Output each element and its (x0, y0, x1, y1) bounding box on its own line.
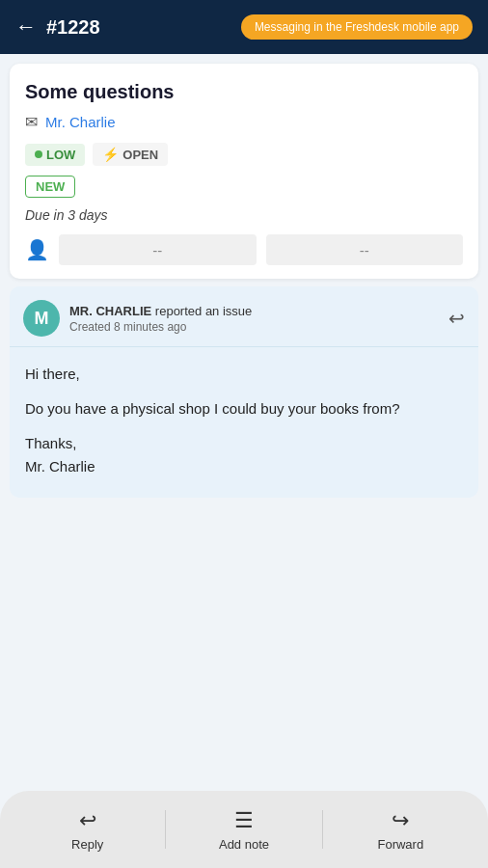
forward-label: Forward (377, 837, 423, 852)
reporter-name: MR. CHARLIE (69, 304, 151, 318)
promo-banner: Messaging in the Freshdesk mobile app (241, 14, 473, 40)
note-label: Add note (219, 837, 269, 852)
message-line-1: Hi there, (25, 363, 463, 386)
forward-button[interactable]: ↪ Forward (323, 800, 478, 859)
contact-name[interactable]: Mr. Charlie (45, 114, 116, 130)
ticket-title: Some questions (25, 81, 463, 103)
ticket-card: Some questions ✉ Mr. Charlie LOW ⚡ OPEN … (10, 64, 478, 279)
assignee-field-2[interactable]: -- (266, 234, 464, 265)
message-time: Created 8 minutes ago (69, 320, 252, 334)
back-button[interactable]: ← (15, 16, 37, 38)
email-icon: ✉ (25, 113, 38, 131)
bottom-toolbar: ↩ Reply ☰ Add note ↪ Forward (0, 791, 488, 868)
add-note-button[interactable]: ☰ Add note (166, 800, 321, 859)
ticket-number: #1228 (46, 16, 100, 39)
message-line-3: Thanks,Mr. Charlie (25, 432, 463, 478)
tag-low[interactable]: LOW (25, 144, 85, 166)
note-icon: ☰ (234, 808, 254, 833)
message-reporter: MR. CHARLIE reported an issue (69, 304, 252, 318)
forward-reply-icon[interactable]: ↩ (448, 307, 465, 330)
message-header: M MR. CHARLIE reported an issue Created … (10, 286, 478, 347)
ticket-contact-row: ✉ Mr. Charlie (25, 113, 463, 131)
new-badge: NEW (25, 176, 75, 198)
assignee-field-1[interactable]: -- (59, 234, 257, 265)
person-icon: 👤 (25, 238, 49, 261)
reply-label: Reply (71, 837, 103, 852)
reply-icon: ↩ (79, 808, 96, 833)
message-meta: MR. CHARLIE reported an issue Created 8 … (69, 304, 252, 334)
message-line-2: Do you have a physical shop I could buy … (25, 397, 463, 420)
reply-button[interactable]: ↩ Reply (10, 800, 165, 859)
open-label: OPEN (122, 148, 158, 162)
activity-icon: ⚡ (102, 147, 119, 162)
assignee-row: 👤 -- -- (25, 234, 463, 265)
low-label: LOW (46, 148, 75, 162)
reporter-action: reported an issue (155, 304, 252, 318)
app-header: ← #1228 Messaging in the Freshdesk mobil… (0, 0, 488, 54)
message-section: M MR. CHARLIE reported an issue Created … (10, 286, 478, 498)
due-date: Due in 3 days (25, 207, 463, 223)
message-body: Hi there, Do you have a physical shop I … (10, 347, 478, 498)
forward-icon: ↪ (392, 808, 409, 833)
message-header-left: M MR. CHARLIE reported an issue Created … (23, 300, 252, 337)
avatar: M (23, 300, 60, 337)
ticket-tags: LOW ⚡ OPEN (25, 143, 463, 166)
tag-open[interactable]: ⚡ OPEN (93, 143, 168, 166)
